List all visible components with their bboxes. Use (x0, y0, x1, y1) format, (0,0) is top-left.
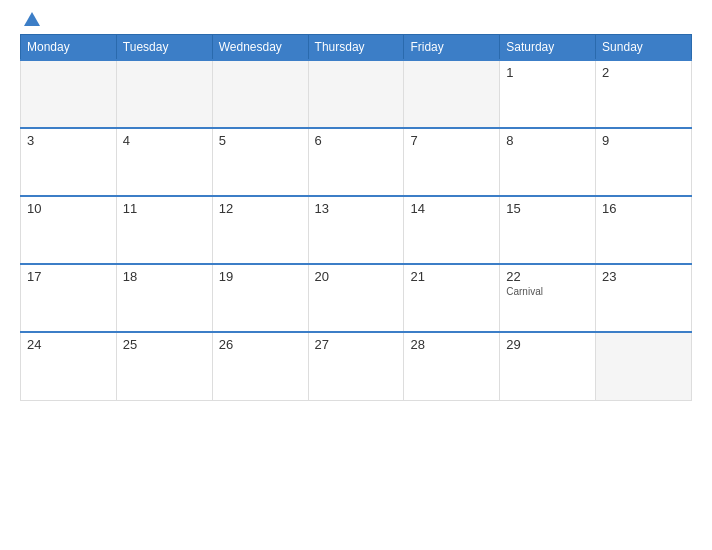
weekday-header: Tuesday (116, 35, 212, 61)
calendar-day-cell (21, 60, 117, 128)
day-number: 25 (123, 337, 206, 352)
calendar-day-cell: 18 (116, 264, 212, 332)
day-number: 18 (123, 269, 206, 284)
day-number: 3 (27, 133, 110, 148)
calendar-day-cell: 21 (404, 264, 500, 332)
day-number: 2 (602, 65, 685, 80)
calendar-day-cell: 14 (404, 196, 500, 264)
calendar-week-row: 242526272829 (21, 332, 692, 400)
calendar-day-cell: 12 (212, 196, 308, 264)
logo-triangle-icon (24, 12, 40, 26)
weekday-header: Friday (404, 35, 500, 61)
weekday-header: Saturday (500, 35, 596, 61)
day-number: 1 (506, 65, 589, 80)
weekday-header: Wednesday (212, 35, 308, 61)
calendar-day-cell: 15 (500, 196, 596, 264)
calendar-day-cell: 20 (308, 264, 404, 332)
calendar-week-row: 171819202122Carnival23 (21, 264, 692, 332)
day-number: 12 (219, 201, 302, 216)
calendar-day-cell (596, 332, 692, 400)
calendar-day-cell: 16 (596, 196, 692, 264)
calendar-day-cell: 9 (596, 128, 692, 196)
calendar-header-row: MondayTuesdayWednesdayThursdayFridaySatu… (21, 35, 692, 61)
calendar-header (20, 16, 692, 26)
calendar-day-cell: 17 (21, 264, 117, 332)
calendar-day-cell: 3 (21, 128, 117, 196)
day-number: 5 (219, 133, 302, 148)
day-number: 15 (506, 201, 589, 216)
calendar-day-cell: 4 (116, 128, 212, 196)
day-number: 7 (410, 133, 493, 148)
calendar-day-cell: 8 (500, 128, 596, 196)
weekday-header: Sunday (596, 35, 692, 61)
day-number: 14 (410, 201, 493, 216)
calendar-day-cell (116, 60, 212, 128)
day-number: 8 (506, 133, 589, 148)
calendar-body: 12345678910111213141516171819202122Carni… (21, 60, 692, 400)
calendar-day-cell: 27 (308, 332, 404, 400)
day-number: 9 (602, 133, 685, 148)
day-number: 29 (506, 337, 589, 352)
day-number: 23 (602, 269, 685, 284)
day-number: 17 (27, 269, 110, 284)
calendar-day-cell (404, 60, 500, 128)
calendar-week-row: 3456789 (21, 128, 692, 196)
day-number: 10 (27, 201, 110, 216)
day-number: 16 (602, 201, 685, 216)
calendar-page: MondayTuesdayWednesdayThursdayFridaySatu… (0, 0, 712, 550)
day-number: 6 (315, 133, 398, 148)
day-number: 13 (315, 201, 398, 216)
day-number: 27 (315, 337, 398, 352)
calendar-day-cell: 28 (404, 332, 500, 400)
calendar-day-cell: 19 (212, 264, 308, 332)
calendar-day-cell: 2 (596, 60, 692, 128)
calendar-day-cell: 26 (212, 332, 308, 400)
day-number: 26 (219, 337, 302, 352)
calendar-day-cell: 25 (116, 332, 212, 400)
day-event: Carnival (506, 286, 589, 297)
weekday-header: Monday (21, 35, 117, 61)
day-number: 22 (506, 269, 589, 284)
calendar-day-cell: 24 (21, 332, 117, 400)
day-number: 19 (219, 269, 302, 284)
calendar-week-row: 10111213141516 (21, 196, 692, 264)
day-number: 21 (410, 269, 493, 284)
calendar-day-cell: 10 (21, 196, 117, 264)
calendar-day-cell: 1 (500, 60, 596, 128)
calendar-day-cell: 11 (116, 196, 212, 264)
calendar-day-cell: 6 (308, 128, 404, 196)
day-number: 28 (410, 337, 493, 352)
calendar-day-cell: 5 (212, 128, 308, 196)
day-number: 4 (123, 133, 206, 148)
calendar-day-cell: 23 (596, 264, 692, 332)
calendar-day-cell (212, 60, 308, 128)
calendar-day-cell: 22Carnival (500, 264, 596, 332)
calendar-day-cell: 29 (500, 332, 596, 400)
day-number: 24 (27, 337, 110, 352)
weekday-header: Thursday (308, 35, 404, 61)
calendar-table: MondayTuesdayWednesdayThursdayFridaySatu… (20, 34, 692, 401)
calendar-day-cell: 13 (308, 196, 404, 264)
calendar-day-cell: 7 (404, 128, 500, 196)
day-number: 20 (315, 269, 398, 284)
calendar-day-cell (308, 60, 404, 128)
day-number: 11 (123, 201, 206, 216)
calendar-week-row: 12 (21, 60, 692, 128)
logo (20, 16, 40, 26)
